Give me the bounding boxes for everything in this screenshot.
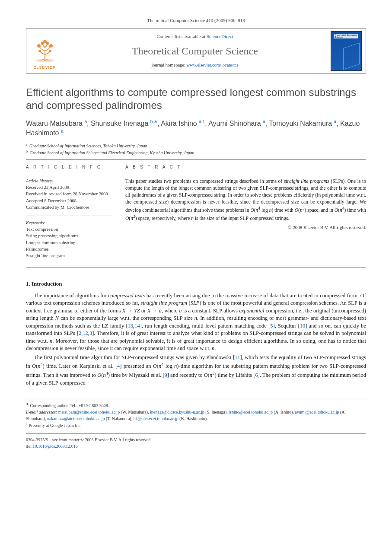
history-item: Communicated by M. Crochemore (26, 204, 112, 210)
author: Tomoyuki Nakamura a (269, 120, 336, 127)
homepage-line: journal homepage: www.elsevier.com/locat… (151, 62, 238, 68)
journal-cover-thumbnail: Theoretical Computer Science (331, 31, 362, 71)
email-link[interactable]: matsubara@shino.ecei.tohoku.ac.jp (58, 410, 120, 414)
abstract-copyright: © 2008 Elsevier B.V. All rights reserved… (125, 224, 366, 231)
introduction-section: 1. Introduction The importance of algori… (26, 280, 366, 387)
history-heading: Article history: (26, 178, 112, 184)
abstract-column: A B S T R A C T This paper studies two p… (125, 164, 366, 264)
journal-header: ELSEVIER Contents lists available at Sci… (26, 28, 366, 74)
email-link[interactable]: nakamura@aiet.ecei.tohoku.ac.jp (47, 416, 105, 421)
divider (125, 174, 366, 174)
sciencedirect-link[interactable]: ScienceDirect (207, 34, 233, 39)
svg-point-7 (49, 50, 51, 52)
corresponding-author-note: ∗ Corresponding author. Tel.: +81 92 802… (26, 402, 366, 409)
author-affiliation-marker: a,1 (199, 119, 205, 124)
svg-point-5 (43, 40, 47, 43)
article-info-column: A R T I C L E I N F O Article history: R… (26, 164, 112, 264)
divider (26, 433, 366, 434)
section-heading: 1. Introduction (26, 280, 366, 288)
journal-name: Theoretical Computer Science (132, 44, 258, 58)
divider (26, 216, 112, 216)
abstract-label: A B S T R A C T (125, 164, 366, 170)
header-center: Contents lists available at ScienceDirec… (63, 29, 327, 73)
issn-line: 0304-3975/$ – see front matter © 2008 El… (26, 436, 366, 443)
author-affiliation-marker: a (61, 129, 64, 134)
homepage-link[interactable]: www.elsevier.com/locate/tcs (187, 63, 239, 67)
cover-text: Theoretical Computer Science (335, 34, 361, 39)
author-affiliation-marker: a (334, 119, 337, 124)
svg-point-1 (37, 44, 41, 48)
footnotes: ∗ Corresponding author. Tel.: +81 92 802… (26, 399, 366, 429)
svg-point-2 (49, 44, 53, 48)
article-title: Efficient algorithms to compute compress… (26, 86, 366, 112)
affiliation-b: b Graduate School of Information Science… (26, 149, 366, 156)
keyword: Palindromes (26, 246, 112, 252)
history-item: Received in revised form 28 November 200… (26, 191, 112, 197)
cover-cell: Theoretical Computer Science (327, 29, 366, 73)
homepage-prefix: journal homepage: (151, 63, 186, 67)
author: Shunsuke Inenaga b,∗ (91, 120, 157, 127)
divider (26, 159, 366, 160)
info-abstract-row: A R T I C L E I N F O Article history: R… (26, 164, 366, 264)
author: Wataru Matsubara a (26, 120, 87, 127)
author-affiliation-marker: a (84, 119, 87, 124)
keyword: Longest common substring (26, 239, 112, 246)
elsevier-tree-icon (32, 38, 58, 64)
author-affiliation-marker: a (263, 119, 265, 124)
publisher-name: ELSEVIER (33, 65, 56, 70)
author: Akira Ishino a,1 (161, 120, 205, 127)
article-history: Article history: Received 22 April 2008 … (26, 178, 112, 210)
keyword: String processing algorithms (26, 232, 112, 239)
authors: Wataru Matsubara a, Shunsuke Inenaga b,∗… (26, 119, 366, 138)
keyword: Text compression (26, 226, 112, 232)
keywords: Keywords: Text compression String proces… (26, 220, 112, 259)
doi-line: doi:10.1016/j.tcs.2008.12.016 (26, 443, 366, 449)
email-link[interactable]: ishino@ecei.tohoku.ac.jp (229, 410, 273, 414)
contents-available-line: Contents lists available at ScienceDirec… (156, 33, 233, 40)
intro-para-1: The importance of algorithms for compres… (26, 292, 366, 353)
svg-point-6 (38, 50, 41, 52)
email-addresses: E-mail addresses: matsubara@shino.ecei.t… (26, 409, 366, 422)
bottom-meta: 0304-3975/$ – see front matter © 2008 El… (26, 436, 366, 449)
divider (26, 174, 112, 174)
email-link[interactable]: inenaga@c.csce.kyushu-u.ac.jp (150, 410, 204, 414)
author-affiliation-marker: b,∗ (150, 119, 157, 124)
article-info-label: A R T I C L E I N F O (26, 164, 112, 170)
abstract-text: This paper studies two problems on compr… (125, 178, 366, 222)
footnote-1: 1 Presently at Google Japan Inc. (26, 422, 366, 429)
history-item: Received 22 April 2008 (26, 184, 112, 191)
divider (26, 268, 366, 268)
email-link[interactable]: ayumi@ecei.tohoku.ac.jp (295, 410, 339, 414)
intro-para-2: The first polynomial time algorithm for … (26, 354, 366, 387)
author: Ayumi Shinohara a (208, 120, 265, 127)
top-citation: Theoretical Computer Science 410 (2009) … (26, 17, 366, 24)
affiliation-a: a Graduate School of Information Science… (26, 142, 366, 149)
publisher-logo-cell: ELSEVIER (26, 29, 63, 73)
doi-link[interactable]: 10.1016/j.tcs.2008.12.016 (33, 444, 78, 449)
contents-prefix: Contents lists available at (156, 34, 206, 39)
email-link[interactable]: hk@aiet.ecei.tohoku.ac.jp (134, 416, 178, 421)
affiliations: a Graduate School of Information Science… (26, 142, 366, 156)
keywords-heading: Keywords: (26, 220, 112, 226)
keyword: Straight line program (26, 252, 112, 259)
history-item: Accepted 8 December 2008 (26, 197, 112, 204)
